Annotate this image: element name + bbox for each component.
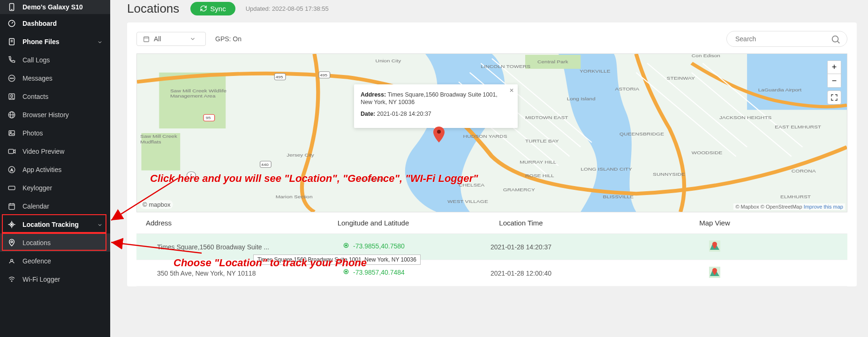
sidebar-item-call-logs[interactable]: Call Logs	[0, 51, 110, 69]
svg-text:CORONA: CORONA	[792, 168, 816, 173]
svg-text:YORKVILLE: YORKVILLE	[580, 68, 611, 74]
sidebar-item-calendar[interactable]: Calendar	[0, 197, 110, 215]
svg-text:ROSE HILL: ROSE HILL	[525, 173, 554, 178]
svg-point-30	[11, 224, 13, 225]
sidebar-item-locations[interactable]: Locations	[0, 233, 110, 252]
map-view[interactable]: Union City LINCOLN TOWERS Central Park Y…	[136, 53, 847, 212]
svg-point-105	[346, 271, 347, 272]
improve-map-link[interactable]: Improve this map	[804, 204, 843, 210]
svg-text:MIDTOWN EAST: MIDTOWN EAST	[525, 115, 568, 120]
svg-point-37	[11, 281, 12, 282]
col-header-address: Address	[146, 219, 296, 227]
calendar-icon	[8, 202, 16, 210]
svg-point-7	[10, 78, 11, 79]
svg-text:Hoboken: Hoboken	[363, 177, 385, 182]
map-callout: ✕ Address: Times Square,1560 Broadway Su…	[354, 84, 518, 128]
pin-icon	[8, 239, 16, 247]
sidebar-item-dashboard[interactable]: Dashboard	[0, 14, 110, 32]
sidebar-item-location-tracking[interactable]: Location Tracking	[0, 215, 110, 233]
svg-point-35	[11, 240, 13, 242]
svg-rect-38	[144, 37, 149, 42]
table-row[interactable]: 350 5th Ave, New York, NY 10118 -73.9857…	[136, 260, 847, 286]
col-header-time: Location Time	[451, 219, 591, 227]
col-header-lonlat: Longitude and Latitude	[296, 219, 451, 227]
map-marker-icon[interactable]	[433, 127, 445, 142]
map-background: Union City LINCOLN TOWERS Central Park Y…	[137, 54, 847, 212]
sidebar-item-app-activities[interactable]: A App Activities	[0, 160, 110, 179]
sidebar-item-wifi-logger[interactable]: Wi-Fi Logger	[0, 270, 110, 288]
search-wrap	[726, 31, 847, 47]
device-header[interactable]: Demo's Galaxy S10	[0, 0, 110, 14]
cell-address: 350 5th Ave, New York, NY 10118	[146, 270, 296, 277]
sidebar: Demo's Galaxy S10 Dashboard Phone Files …	[0, 0, 110, 337]
content-panel: All GPS: On	[127, 22, 857, 286]
map-thumb-icon	[709, 240, 720, 252]
svg-text:Marion Section: Marion Section	[276, 194, 313, 199]
cell-lonlat: -73.9855,40.7580	[296, 242, 451, 252]
svg-text:A: A	[10, 168, 13, 172]
svg-text:LaGuardia Airport: LaGuardia Airport	[758, 87, 802, 92]
svg-point-9	[13, 78, 14, 79]
sync-button[interactable]: Sync	[190, 2, 235, 15]
pin-icon	[342, 242, 350, 250]
search-input[interactable]	[726, 31, 847, 47]
svg-rect-44	[159, 73, 226, 128]
sidebar-item-photos[interactable]: Photos	[0, 124, 110, 142]
svg-marker-18	[14, 150, 15, 153]
svg-point-102	[346, 245, 347, 246]
close-icon[interactable]: ✕	[509, 87, 514, 94]
svg-text:TURTLE BAY: TURTLE BAY	[525, 138, 559, 143]
svg-text:Mudflats: Mudflats	[140, 139, 161, 144]
table-header: Address Longitude and Latitude Location …	[136, 212, 847, 234]
phone-icon	[8, 3, 16, 11]
calendar-icon	[143, 35, 150, 43]
svg-text:MURRAY HILL: MURRAY HILL	[520, 159, 556, 165]
svg-text:Union City: Union City	[376, 58, 401, 63]
dashboard-icon	[8, 19, 16, 28]
zoom-in-button[interactable]: +	[828, 61, 841, 74]
svg-text:EAST ELMHURST: EAST ELMHURST	[775, 124, 821, 129]
message-icon	[8, 74, 16, 82]
cell-time: 2021-01-28 12:00:40	[451, 270, 591, 277]
sidebar-item-video-preview[interactable]: Video Preview	[0, 142, 110, 160]
fullscreen-icon	[830, 94, 838, 101]
sidebar-item-browser-history[interactable]: Browser History	[0, 105, 110, 124]
chevron-down-icon	[97, 222, 103, 227]
page-header: Locations Sync Updated: 2022-08-05 17:38…	[127, 0, 857, 17]
sidebar-item-geofence[interactable]: Geofence	[0, 252, 110, 270]
wifi-icon	[8, 275, 16, 284]
mapbox-logo: © mapbox	[140, 200, 173, 209]
svg-point-100	[437, 130, 441, 134]
activity-icon: A	[8, 165, 16, 174]
svg-point-11	[11, 95, 13, 97]
globe-icon	[8, 111, 16, 119]
svg-point-8	[11, 78, 12, 79]
svg-text:WOODSIDE: WOODSIDE	[692, 150, 723, 155]
svg-rect-25	[9, 203, 15, 209]
search-icon[interactable]	[830, 34, 841, 45]
zoom-out-button[interactable]: −	[828, 74, 841, 87]
sidebar-item-keylogger[interactable]: Keylogger	[0, 179, 110, 197]
svg-text:QUEENSBRIDGE: QUEENSBRIDGE	[619, 131, 664, 136]
table-row[interactable]: Times Square,1560 Broadway Suite ... -73…	[136, 234, 847, 260]
sidebar-item-phone-files[interactable]: Phone Files	[0, 32, 110, 51]
svg-text:495: 495	[276, 75, 283, 79]
svg-text:GRAMERCY: GRAMERCY	[503, 187, 536, 192]
cell-mapview[interactable]	[591, 267, 838, 279]
cell-mapview[interactable]	[591, 240, 838, 253]
date-filter-dropdown[interactable]: All	[136, 32, 206, 46]
chevron-down-icon	[97, 39, 103, 45]
geofence-icon	[8, 257, 16, 265]
svg-rect-15	[9, 130, 15, 135]
chevron-down-icon	[189, 36, 196, 42]
sidebar-item-messages[interactable]: Messages	[0, 69, 110, 87]
svg-text:HUDSON YARDS: HUDSON YARDS	[463, 134, 507, 139]
svg-text:SUNNYSIDE: SUNNYSIDE	[653, 172, 685, 177]
sidebar-item-contacts[interactable]: Contacts	[0, 87, 110, 105]
svg-text:CHELSEA: CHELSEA	[459, 182, 485, 187]
fullscreen-button[interactable]	[827, 90, 841, 105]
target-icon	[8, 220, 16, 229]
keyboard-icon	[8, 184, 16, 192]
svg-rect-21	[8, 186, 15, 190]
svg-text:440: 440	[261, 162, 269, 166]
